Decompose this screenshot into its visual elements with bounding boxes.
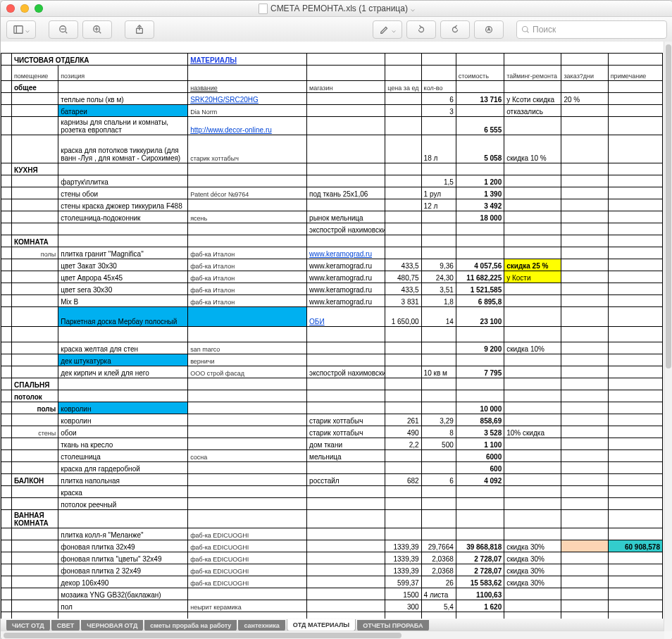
- search-placeholder: Поиск: [533, 25, 556, 35]
- spreadsheet-table: ЧИСТОВАЯ ОТДЕЛКАМАТЕРИАЛЫпомещениепозици…: [1, 42, 663, 619]
- svg-point-12: [523, 27, 528, 32]
- window-title: СМЕТА РЕМОНТА.xls (1 страница) ⌵: [1, 4, 672, 14]
- titlebar: СМЕТА РЕМОНТА.xls (1 страница) ⌵: [1, 1, 672, 17]
- sheet-tabs: ЧИСТ ОТДСВЕТЧЕРНОВАЯ ОТДсметы прораба на…: [1, 619, 672, 631]
- document-icon: [259, 4, 268, 14]
- search-icon: [521, 25, 530, 34]
- zoom-out-button[interactable]: [49, 20, 78, 39]
- sheet-tab-0[interactable]: ЧИСТ ОТД: [6, 620, 50, 631]
- edit-button[interactable]: ⌵: [373, 20, 402, 39]
- markup-button[interactable]: [474, 20, 504, 39]
- svg-line-3: [66, 32, 68, 34]
- sheet-tab-2[interactable]: ЧЕРНОВАЯ ОТД: [81, 620, 143, 631]
- zoom-in-button[interactable]: [82, 20, 112, 39]
- share-button[interactable]: [125, 20, 154, 39]
- vertical-scrollbar[interactable]: [664, 42, 672, 631]
- view-mode-button[interactable]: ⌵: [6, 20, 36, 39]
- horizontal-scrollbar[interactable]: [1, 631, 664, 639]
- sheet-tab-6[interactable]: ОТЧЕТЫ ПРОРАБА: [357, 620, 428, 631]
- svg-rect-0: [13, 26, 22, 34]
- rotate-right-button[interactable]: [440, 20, 470, 39]
- sheet-tab-3[interactable]: сметы прораба на работу: [144, 620, 237, 631]
- search-input[interactable]: Поиск: [516, 20, 667, 39]
- sheet-tab-4[interactable]: сантехника: [238, 620, 285, 631]
- toolbar: ⌵ ⌵ Поиск: [1, 17, 672, 43]
- sheet-tab-5[interactable]: ОТД МАТЕРИАЛЫ: [287, 619, 356, 631]
- window-title-text: СМЕТА РЕМОНТА.xls (1 страница): [270, 4, 408, 13]
- spreadsheet-content[interactable]: ЧИСТОВАЯ ОТДЕЛКАМАТЕРИАЛЫпомещениепозици…: [1, 42, 672, 619]
- rotate-left-button[interactable]: [406, 20, 436, 39]
- svg-line-6: [99, 32, 101, 34]
- chevron-down-icon[interactable]: ⌵: [411, 5, 415, 13]
- svg-line-13: [527, 31, 528, 32]
- sheet-tab-1[interactable]: СВЕТ: [51, 620, 80, 631]
